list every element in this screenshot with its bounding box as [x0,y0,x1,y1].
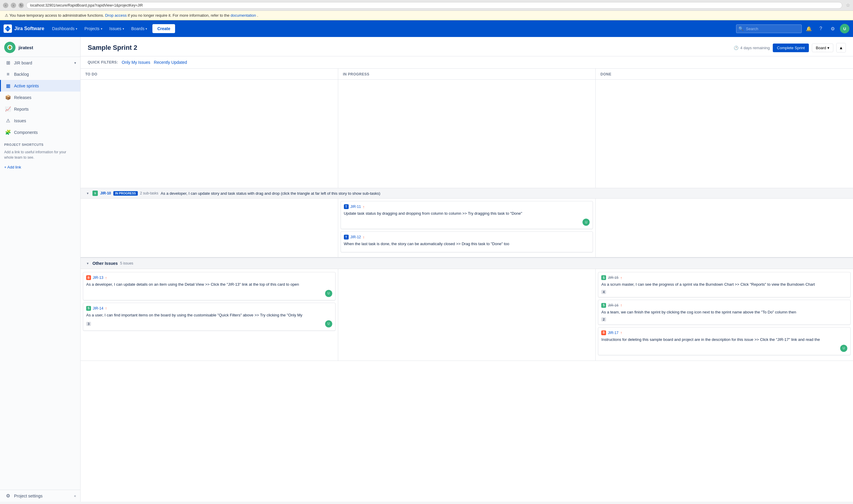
releases-icon: 📦 [5,94,11,100]
sidebar-item-jir-board-label: JIR board [14,60,32,65]
jir15-type-icon: S [601,275,606,280]
nav-logo[interactable]: Jira Software [4,24,44,33]
complete-sprint-button[interactable]: Complete Sprint [773,43,809,52]
jir17-key[interactable]: JIR-17 [608,331,618,335]
jir15-count: 4 [601,290,606,294]
other-issues-collapse[interactable]: ▼ [85,261,90,266]
issues-icon: ⚠ [5,118,11,124]
components-icon: 🧩 [5,129,11,135]
swimlane-jir10-header: ▼ S JIR-10 IN PROGRESS 2 sub-tasks As a … [80,188,853,199]
jir16-priority-icon: ↑ [620,303,622,307]
jir15-key[interactable]: JIR-15 [608,275,618,280]
nav-dashboards[interactable]: Dashboards ▾ [49,24,80,33]
swimlane-jir10-collapse[interactable]: ▼ [85,191,90,196]
jir11-key[interactable]: JIR-11 [350,204,361,209]
jir13-key[interactable]: JIR-13 [93,275,103,280]
search-icon: 🔍 [739,26,744,31]
back-button[interactable]: ‹ [3,3,8,8]
nav-issues[interactable]: Issues ▾ [107,24,127,33]
jir15-priority-icon: ↑ [620,275,622,280]
jir11-footer: U [344,219,590,226]
board-title: Sample Sprint 2 [88,44,137,52]
notifications-button[interactable]: 🔔 [804,24,814,33]
warning-middle-text: if you no longer require it. For more in… [128,13,231,18]
other-issues-count: 5 issues [120,261,133,266]
only-my-issues-filter[interactable]: Only My Issues [122,59,150,65]
swimlane-jir10-todo [80,199,338,257]
swimlane-jir10-body: T JIR-11 ↑ Update task status by draggin… [80,199,853,258]
jir14-key[interactable]: JIR-14 [93,306,103,310]
jir10-key[interactable]: JIR-10 [100,191,111,195]
help-button[interactable]: ? [816,24,825,33]
drop-access-link[interactable]: Drop access [105,13,126,18]
jir17-text: Instructions for deleting this sample bo… [601,337,847,342]
jir14-priority-icon: ↑ [105,306,107,310]
main-content: Sample Sprint 2 🕐 4 days remaining Compl… [80,37,853,502]
settings-button[interactable]: ⚙ [828,24,837,33]
sidebar-item-releases-label: Releases [14,95,31,100]
jir12-key[interactable]: JIR-12 [350,235,361,239]
card-jir11[interactable]: T JIR-11 ↑ Update task status by draggin… [341,201,593,229]
quick-filters-bar: QUICK FILTERS: Only My Issues Recently U… [80,56,853,69]
sidebar-item-project-settings[interactable]: ⚙ Project settings « [0,490,80,502]
jir12-text: When the last task is done, the story ca… [344,241,590,247]
card-jir14[interactable]: S JIR-14 ↑ As a user, I can find importa… [83,303,335,331]
documentation-link[interactable]: documentation [231,13,256,18]
other-issues-header[interactable]: ▼ Other Issues 5 issues [80,258,853,269]
column-todo: To Do [80,69,338,188]
sidebar-item-releases[interactable]: 📦 Releases [0,92,80,103]
recently-updated-filter[interactable]: Recently Updated [154,59,187,65]
jir10-story-text: As a developer, I can update story and t… [161,191,380,196]
jir10-type-icon: S [92,191,98,196]
nav-boards[interactable]: Boards ▾ [128,24,150,33]
jir13-type-icon: B [86,275,91,280]
card-jir12[interactable]: T JIR-12 ↑ When the last task is done, t… [341,231,593,252]
board-dropdown-button[interactable]: Board ▾ [812,43,833,52]
add-link-button[interactable]: + Add link [0,163,80,172]
swimlane-jir10-inprogress: T JIR-11 ↑ Update task status by draggin… [338,199,596,257]
board-chevron: ▾ [74,61,76,65]
card-jir15[interactable]: S JIR-15 ↑ As a scrum master, I can see … [598,272,851,297]
jira-logo-svg [5,26,11,32]
jir13-avatar: U [325,290,332,297]
search-input[interactable] [736,24,802,33]
jir11-avatar: U [582,219,589,226]
board-dropdown-chevron: ▾ [827,46,830,50]
warning-bar: ⚠ You have temporary access to administr… [0,11,853,20]
create-button[interactable]: Create [152,24,175,33]
user-avatar[interactable]: U [840,24,849,33]
jir14-footer: 3 U [86,320,332,327]
sidebar-item-reports[interactable]: 📈 Reports [0,103,80,115]
jir17-avatar: U [840,345,847,352]
column-in-progress-header: In Progress [338,69,596,79]
other-col-todo: B JIR-13 ↑ As a developer, I can update … [80,269,338,361]
sidebar-item-components[interactable]: 🧩 Components [0,126,80,138]
forward-button[interactable]: › [11,3,16,8]
jir14-avatar: U [325,320,332,327]
card-jir17[interactable]: B JIR-17 ↑ Instructions for deleting thi… [598,327,851,355]
jir13-priority-icon: ↑ [105,275,107,280]
sidebar-item-issues-label: Issues [14,119,26,123]
jir11-priority-icon: ↑ [363,204,365,209]
sidebar-item-jir-board[interactable]: ⊞ JIR board ▾ [0,57,80,69]
jir14-text: As a user, I can find important items on… [86,312,332,318]
jir13-footer: U [86,290,332,297]
sidebar-item-components-label: Components [14,130,38,135]
browser-bar: ‹ › ↻ localhost:32901/secure/RapidBoard.… [0,0,853,11]
refresh-button[interactable]: ↻ [18,3,24,8]
column-in-progress: In Progress [338,69,596,188]
sidebar-item-backlog[interactable]: ≡ Backlog [0,69,80,80]
collapse-button[interactable]: ▲ [836,43,846,53]
bookmark-icon[interactable]: ☆ [846,2,850,8]
other-issues-body: B JIR-13 ↑ As a developer, I can update … [80,269,853,361]
jir16-key[interactable]: JIR-16 [608,303,618,307]
sidebar-item-issues[interactable]: ⚠ Issues [0,115,80,126]
sidebar-item-active-sprints[interactable]: ▦ Active sprints [0,80,80,92]
nav-projects[interactable]: Projects ▾ [81,24,105,33]
card-jir13[interactable]: B JIR-13 ↑ As a developer, I can update … [83,272,335,300]
top-nav: Jira Software Dashboards ▾ Projects ▾ Is… [0,20,853,37]
card-jir16[interactable]: S JIR-16 ↑ As a team, we can finish the … [598,300,851,325]
backlog-icon: ≡ [5,72,11,77]
url-bar[interactable]: localhost:32901/secure/RapidBoard.jspa?r… [26,2,842,8]
project-logo [5,43,14,52]
